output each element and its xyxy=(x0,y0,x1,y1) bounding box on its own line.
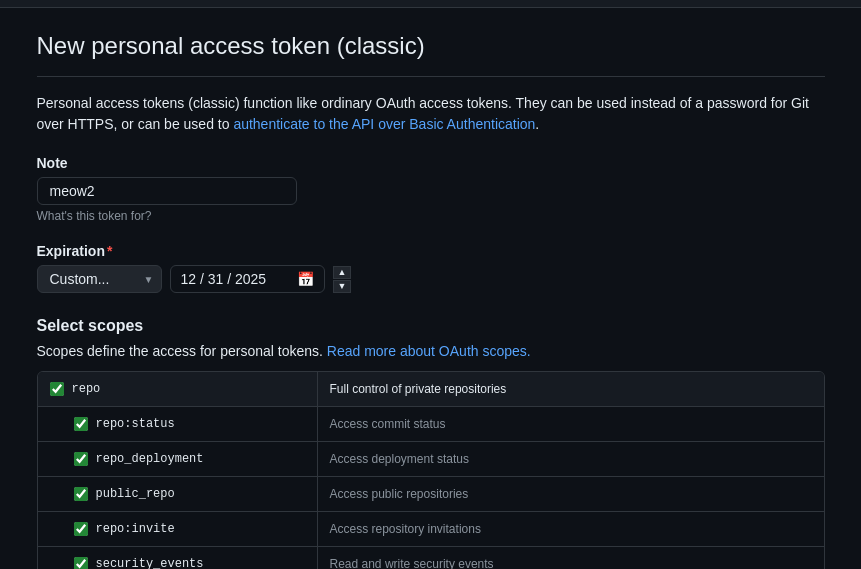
expiration-select[interactable]: Custom... 7 days 30 days 60 days 90 days… xyxy=(37,265,162,293)
scope-checkbox-repo[interactable] xyxy=(50,382,64,396)
expiration-controls: Custom... 7 days 30 days 60 days 90 days… xyxy=(37,265,825,293)
divider xyxy=(37,76,825,77)
scope-name-cell-repo-status: repo:status xyxy=(38,407,318,441)
page-title: New personal access token (classic) xyxy=(37,32,825,60)
scope-desc-cell-security-events: Read and write security events xyxy=(318,547,824,569)
note-input[interactable] xyxy=(37,177,297,205)
scope-row-security-events: security_events Read and write security … xyxy=(38,547,824,569)
scope-desc-text-security-events: Read and write security events xyxy=(330,557,494,569)
api-auth-link[interactable]: authenticate to the API over Basic Authe… xyxy=(233,116,535,132)
required-indicator: * xyxy=(107,243,112,259)
scope-desc-cell-repo-status: Access commit status xyxy=(318,407,824,441)
scope-row-public-repo: public_repo Access public repositories xyxy=(38,477,824,512)
note-hint: What's this token for? xyxy=(37,209,825,223)
note-section: Note What's this token for? xyxy=(37,155,825,223)
calendar-icon: 📅 xyxy=(297,271,314,287)
description-text: Personal access tokens (classic) functio… xyxy=(37,93,825,135)
scope-desc-text-repo-status: Access commit status xyxy=(330,417,446,431)
main-container: New personal access token (classic) Pers… xyxy=(21,8,841,569)
expiration-label: Expiration* xyxy=(37,243,825,259)
scope-name-cell-repo-invite: repo:invite xyxy=(38,512,318,546)
scope-row-repo-status: repo:status Access commit status xyxy=(38,407,824,442)
scopes-section: Select scopes Scopes define the access f… xyxy=(37,317,825,569)
scope-checkbox-repo-status[interactable] xyxy=(74,417,88,431)
scopes-description: Scopes define the access for personal to… xyxy=(37,343,825,359)
date-decrement-button[interactable]: ▼ xyxy=(333,280,352,293)
scope-name-cell-repo-deployment: repo_deployment xyxy=(38,442,318,476)
date-input-wrapper: 📅 xyxy=(170,265,325,293)
scope-name-label-public-repo: public_repo xyxy=(96,487,175,501)
date-input[interactable] xyxy=(181,271,291,287)
scope-name-cell-public-repo: public_repo xyxy=(38,477,318,511)
oauth-scopes-link[interactable]: Read more about OAuth scopes. xyxy=(327,343,531,359)
expiration-section: Expiration* Custom... 7 days 30 days 60 … xyxy=(37,243,825,293)
scope-name-label-repo: repo xyxy=(72,382,101,396)
scope-name-label-repo-status: repo:status xyxy=(96,417,175,431)
scope-desc-text-repo-invite: Access repository invitations xyxy=(330,522,481,536)
scopes-title: Select scopes xyxy=(37,317,825,335)
scope-name-label-repo-deployment: repo_deployment xyxy=(96,452,204,466)
expiration-select-wrapper: Custom... 7 days 30 days 60 days 90 days… xyxy=(37,265,162,293)
scope-name-label-repo-invite: repo:invite xyxy=(96,522,175,536)
note-label: Note xyxy=(37,155,825,171)
scope-name-cell-repo: repo xyxy=(38,372,318,406)
top-bar xyxy=(0,0,861,8)
scope-desc-text-repo-deployment: Access deployment status xyxy=(330,452,469,466)
scope-desc-text-repo: Full control of private repositories xyxy=(330,382,507,396)
scopes-table: repo Full control of private repositorie… xyxy=(37,371,825,569)
scope-row-repo-deployment: repo_deployment Access deployment status xyxy=(38,442,824,477)
scope-checkbox-public-repo[interactable] xyxy=(74,487,88,501)
scope-row-repo-invite: repo:invite Access repository invitation… xyxy=(38,512,824,547)
scope-checkbox-repo-deployment[interactable] xyxy=(74,452,88,466)
scope-desc-text-public-repo: Access public repositories xyxy=(330,487,469,501)
scope-name-label-security-events: security_events xyxy=(96,557,204,569)
date-increment-button[interactable]: ▲ xyxy=(333,266,352,279)
scope-name-cell-security-events: security_events xyxy=(38,547,318,569)
scope-desc-cell-repo: Full control of private repositories xyxy=(318,372,824,406)
scope-desc-cell-repo-invite: Access repository invitations xyxy=(318,512,824,546)
scope-desc-cell-repo-deployment: Access deployment status xyxy=(318,442,824,476)
scope-checkbox-security-events[interactable] xyxy=(74,557,88,569)
scope-checkbox-repo-invite[interactable] xyxy=(74,522,88,536)
scope-desc-cell-public-repo: Access public repositories xyxy=(318,477,824,511)
date-spinner: ▲ ▼ xyxy=(333,266,352,293)
scope-row-repo: repo Full control of private repositorie… xyxy=(38,372,824,407)
